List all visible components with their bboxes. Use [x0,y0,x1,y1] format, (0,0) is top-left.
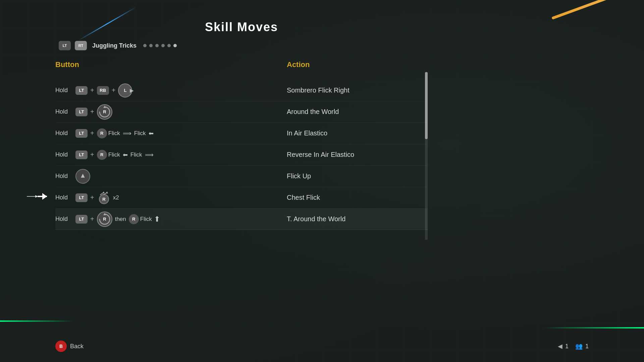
lt-button-6: LT [75,193,88,202]
content-area: Button Hold LT + RB + L ▶ Hold LT + [55,60,428,230]
dot-3 [155,44,159,47]
move-row-7[interactable]: Hold LT + R then R Flick ⬆ [55,208,287,230]
page-number: ◀ 1 [558,343,569,350]
l-up-button-5: ▲ [75,169,90,184]
dot-2 [149,44,153,47]
action-row-2[interactable]: Around the World [287,101,428,123]
dot-4 [161,44,165,47]
plus-3: + [90,129,94,137]
lt-button-7: LT [75,215,88,224]
hold-label-5: Hold [55,173,72,180]
r-flat-4: R [97,150,107,160]
hold-label-6: Hold [55,194,72,201]
x2-label-6: x2 [113,194,119,201]
move-row-3[interactable]: Hold LT + R Flick ⟹ Flick ⬅ [55,123,287,144]
tab-label: Juggling Tricks [92,42,137,49]
plus-2: + [90,108,94,116]
prev-page-icon[interactable]: ◀ [558,343,562,350]
move-row-6[interactable]: Hold LT + R x2 [55,187,287,208]
r-double-arrows-6: R [97,191,111,205]
svg-marker-9 [106,191,108,193]
action-row-1[interactable]: Sombrero Flick Right [287,80,428,101]
dot-6-active [173,44,177,47]
action-label-5: Flick Up [287,172,311,180]
scrollbar[interactable] [425,72,428,240]
hold-label-1: Hold [55,87,72,94]
action-row-7[interactable]: T. Around the World [287,208,428,230]
dot-5 [167,44,171,47]
action-column: Action Sombrero Flick Right Around the W… [287,60,428,230]
r-rotate-button-7: R [97,212,112,227]
flick-label-4b: Flick [130,152,142,158]
lt-button-4: LT [75,150,88,159]
svg-text:R: R [102,197,106,202]
svg-marker-8 [103,191,105,193]
dot-1 [143,44,147,47]
plus-6: + [90,194,94,201]
flick-label-3b: Flick [134,130,146,137]
svg-text:R: R [103,109,106,114]
hold-label-7: Hold [55,216,72,223]
b-button-label: B [59,344,63,349]
selection-arrow [27,193,47,200]
r-rotate-button-2: R [97,104,112,120]
arrow-left-4: ⬅ [123,151,128,159]
plus-1a: + [90,86,94,94]
move-row-2[interactable]: Hold LT + R [55,101,287,123]
main-panel: Skill Moves LT RT Juggling Tricks Button… [55,20,428,342]
action-row-6[interactable]: Chest Flick [287,187,428,208]
flick-label-4a: Flick [108,152,120,158]
page-title: Skill Moves [55,20,428,34]
r-flat-3: R [97,128,107,138]
plus-4: + [90,151,94,159]
deco-line-green-right [543,327,644,328]
scrollbar-thumb[interactable] [425,72,428,139]
hold-label-2: Hold [55,108,72,115]
lt-button-3: LT [75,129,88,138]
then-label-7: then [115,216,126,223]
button-column: Button Hold LT + RB + L ▶ Hold LT + [55,60,287,230]
move-row-4[interactable]: Hold LT + R Flick ⬅ Flick ⟹ [55,144,287,166]
plus-7: + [90,215,94,223]
r-flat-7: R [129,214,139,224]
action-label-1: Sombrero Flick Right [287,86,350,94]
action-label-7: T. Around the World [287,215,345,223]
action-label-3: In Air Elastico [287,129,327,137]
move-row-1[interactable]: Hold LT + RB + L ▶ [55,80,287,101]
action-row-4[interactable]: Reverse In Air Elastico [287,144,428,166]
action-label-2: Around the World [287,108,339,116]
flick-label-7: Flick [140,216,152,223]
arrow-right-3: ⟹ [123,130,131,137]
action-label-4: Reverse In Air Elastico [287,151,354,159]
players-info: 👥 1 [575,343,589,350]
action-column-header: Action [287,60,428,72]
flick-label-3a: Flick [108,130,120,137]
rb-button-1: RB [97,86,109,95]
arrow-right-4: ⟹ [145,151,154,159]
page-info: ◀ 1 👥 1 [558,343,589,350]
lt-button-1: LT [75,86,88,95]
button-column-header: Button [55,60,287,72]
b-button: B [55,341,67,352]
tab-rt-button[interactable]: RT [75,41,87,50]
action-row-5[interactable]: Flick Up [287,166,428,187]
arrow-left-3: ⬅ [149,130,154,137]
action-label-6: Chest Flick [287,194,320,201]
hold-label-4: Hold [55,151,72,158]
players-icon: 👥 [575,343,583,350]
page-number-value: 1 [565,343,569,350]
l-circle-button-1: L ▶ [118,83,132,98]
lt-button-2: LT [75,108,88,116]
tab-lt-button[interactable]: LT [59,41,71,50]
back-button[interactable]: B Back [55,341,84,352]
back-label: Back [70,343,84,350]
plus-1b: + [112,86,116,94]
hold-label-3: Hold [55,130,72,137]
svg-marker-1 [35,195,38,197]
up-arrow-7: ⬆ [154,215,160,224]
deco-line-orange [551,0,609,20]
player-count-value: 1 [585,343,589,350]
move-row-5[interactable]: Hold ▲ [55,166,287,187]
action-row-3[interactable]: In Air Elastico [287,123,428,144]
bottom-bar: B Back ◀ 1 👥 1 [55,341,589,352]
